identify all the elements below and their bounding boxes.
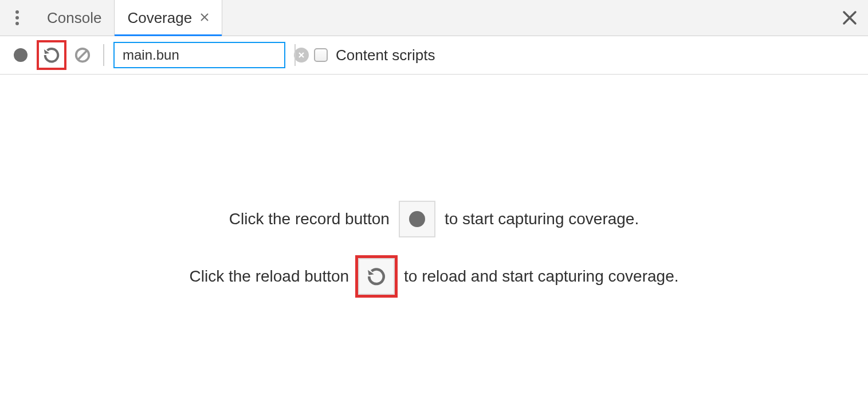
- divider: [294, 44, 296, 66]
- filter-input[interactable]: [123, 47, 294, 63]
- tab-close-icon[interactable]: [200, 11, 209, 24]
- record-button[interactable]: [9, 44, 32, 67]
- reload-hint: Click the reload button to reload and st…: [189, 258, 678, 295]
- x-icon: [298, 52, 305, 58]
- record-icon: [14, 48, 28, 62]
- divider: [103, 44, 104, 66]
- reload-icon: [367, 267, 386, 286]
- content-scripts-option: Content scripts: [314, 46, 435, 64]
- hint-text-pre: Click the reload button: [189, 268, 349, 284]
- clear-filter-button[interactable]: [294, 48, 309, 63]
- filter-box: [113, 42, 285, 68]
- reload-icon: [43, 46, 60, 64]
- svg-line-1: [78, 51, 87, 60]
- block-icon: [74, 46, 91, 64]
- content-scripts-label[interactable]: Content scripts: [336, 46, 435, 64]
- clear-button[interactable]: [71, 44, 94, 67]
- toolbar: Content scripts: [0, 36, 868, 75]
- record-hint: Click the record button to start capturi…: [229, 201, 639, 237]
- tab-console[interactable]: Console: [34, 0, 114, 36]
- hint-text-pre: Click the record button: [229, 211, 390, 227]
- close-panel-button[interactable]: [842, 10, 858, 26]
- tab-bar: Console Coverage: [0, 0, 868, 36]
- record-icon: [409, 211, 425, 227]
- close-icon: [842, 10, 858, 26]
- reload-button[interactable]: [37, 40, 66, 70]
- record-hint-button[interactable]: [399, 201, 435, 237]
- content-scripts-checkbox[interactable]: [314, 48, 328, 62]
- tab-coverage[interactable]: Coverage: [114, 0, 222, 36]
- tab-label: Coverage: [127, 9, 192, 27]
- tab-label: Console: [47, 9, 101, 27]
- reload-hint-button[interactable]: [358, 258, 395, 295]
- hint-text-post: to start capturing coverage.: [445, 211, 639, 227]
- more-options-button[interactable]: [0, 0, 34, 36]
- hint-text-post: to reload and start capturing coverage.: [404, 268, 678, 284]
- kebab-icon: [15, 10, 19, 25]
- empty-state: Click the record button to start capturi…: [0, 75, 868, 295]
